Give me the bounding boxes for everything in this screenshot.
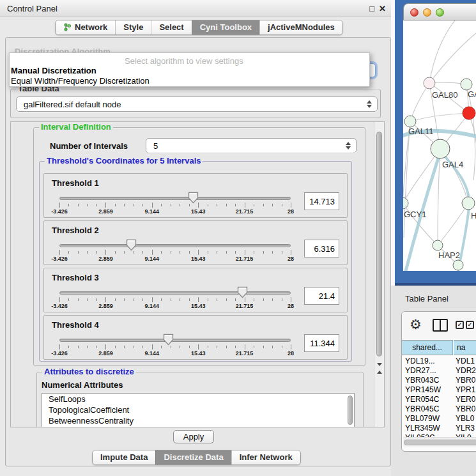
number-of-intervals-value: 5 bbox=[153, 141, 158, 151]
slider-track[interactable] bbox=[59, 244, 291, 247]
slider-thumb[interactable] bbox=[188, 192, 199, 204]
cell-name[interactable]: YBL0 bbox=[456, 414, 474, 423]
slider-tick bbox=[217, 298, 217, 301]
list-scrollbar-thumb[interactable] bbox=[348, 395, 353, 425]
tab-network[interactable]: Network bbox=[56, 20, 115, 35]
network-node[interactable] bbox=[424, 77, 435, 89]
cell-shared-name[interactable]: YLR345W bbox=[405, 424, 452, 433]
cell-name[interactable]: YER0 bbox=[456, 395, 475, 404]
slider-track[interactable] bbox=[59, 339, 291, 342]
column-header-name[interactable]: na bbox=[454, 340, 476, 355]
zoom-traffic-light-icon[interactable] bbox=[436, 8, 444, 17]
scroll-down-icon[interactable] bbox=[377, 366, 382, 378]
table-row[interactable]: YPR145WYPR1 bbox=[402, 385, 476, 395]
slider-tick bbox=[235, 346, 236, 348]
table-row[interactable]: YBL079WYBL0 bbox=[402, 414, 476, 424]
slider-tick bbox=[263, 346, 264, 348]
network-node[interactable] bbox=[461, 79, 472, 90]
float-window-icon[interactable]: □ bbox=[369, 4, 374, 13]
gear-icon[interactable]: ⚙ bbox=[410, 316, 422, 333]
right-column: GAL80GAGAL11GAL4GCY1HHAP2 Table Panel ⚙ … bbox=[391, 0, 476, 476]
tab-label: Network bbox=[75, 22, 107, 32]
cell-shared-name[interactable]: YDR27... bbox=[405, 366, 452, 375]
table-row[interactable]: YDR27...YDR2 bbox=[402, 366, 476, 376]
tab-style[interactable]: Style bbox=[115, 20, 151, 35]
slider-tick-label: 28 bbox=[288, 350, 294, 357]
network-node[interactable] bbox=[403, 197, 408, 209]
tab-jactivemnodules[interactable]: jActiveMNodules bbox=[259, 20, 342, 35]
table-row[interactable]: YER054CYER0 bbox=[402, 395, 476, 404]
node-table-card: ⚙ ✓ ✓ shared... na YDL19...YDL1YDR27...Y… bbox=[401, 311, 476, 452]
network-node[interactable] bbox=[463, 107, 475, 119]
network-node[interactable] bbox=[433, 240, 443, 250]
cell-shared-name[interactable]: YER054C bbox=[405, 395, 452, 404]
attribute-list-item[interactable]: TopologicalCoefficient bbox=[42, 404, 354, 415]
slider-tick bbox=[226, 251, 227, 254]
table-row[interactable]: YBR045CYBR0 bbox=[402, 404, 476, 414]
slider-thumb[interactable] bbox=[237, 286, 248, 298]
horizontal-scrollbar-thumb[interactable] bbox=[404, 440, 476, 445]
cell-shared-name[interactable]: YBL079W bbox=[405, 414, 452, 423]
network-node[interactable] bbox=[404, 116, 416, 127]
apply-button[interactable]: Apply bbox=[173, 430, 214, 443]
algorithm-option-manual[interactable]: Manual Discretization bbox=[11, 66, 96, 75]
column-split-icon[interactable] bbox=[433, 319, 448, 332]
network-window-titlebar[interactable] bbox=[403, 3, 476, 20]
slider-track[interactable] bbox=[59, 197, 291, 200]
network-node[interactable] bbox=[453, 260, 463, 270]
scrollbar-track[interactable] bbox=[374, 122, 384, 427]
slider-thumb[interactable] bbox=[126, 239, 137, 251]
threshold-value-field[interactable] bbox=[304, 240, 339, 257]
table-data-combobox[interactable]: galFiltered.sif default node bbox=[16, 96, 378, 112]
tab-label: Infer Network bbox=[240, 452, 293, 462]
slider-tick bbox=[134, 204, 134, 206]
column-header-shared[interactable]: shared... bbox=[402, 340, 453, 355]
network-node[interactable] bbox=[462, 197, 475, 210]
cell-name[interactable]: YBR0 bbox=[456, 404, 475, 413]
table-row[interactable]: YLR345WYLR3 bbox=[402, 424, 476, 433]
cell-shared-name[interactable]: YDL19... bbox=[405, 357, 452, 365]
close-traffic-light-icon[interactable] bbox=[410, 8, 418, 17]
cell-name[interactable]: YBR0 bbox=[456, 376, 475, 385]
minimize-traffic-light-icon[interactable] bbox=[423, 8, 431, 17]
network-node[interactable] bbox=[431, 139, 450, 158]
cell-shared-name[interactable]: YBR043C bbox=[405, 376, 452, 385]
number-of-intervals-combobox[interactable]: 5 bbox=[146, 138, 357, 153]
tab-select[interactable]: Select bbox=[151, 20, 191, 35]
slider-tick bbox=[291, 297, 291, 302]
threshold-value-field[interactable] bbox=[304, 192, 339, 210]
threshold-value-field[interactable] bbox=[304, 287, 339, 305]
attributes-list: SelfLoopsTopologicalCoefficientBetweenne… bbox=[42, 394, 354, 426]
scrollbar-thumb[interactable] bbox=[376, 132, 382, 357]
table-data-selected: galFiltered.sif default node bbox=[24, 100, 121, 109]
tab-cyni-toolbox[interactable]: Cyni Toolbox bbox=[192, 20, 259, 35]
tab-discretize-data[interactable]: Discretize Data bbox=[155, 450, 231, 464]
cell-name[interactable]: YPR1 bbox=[456, 385, 475, 394]
slider-thumb[interactable] bbox=[163, 334, 174, 346]
network-edge bbox=[410, 83, 429, 121]
tab-impute-data[interactable]: Impute Data bbox=[93, 450, 155, 464]
cell-name[interactable]: YLR3 bbox=[456, 424, 475, 433]
checkbox-icon[interactable]: ✓ bbox=[456, 321, 464, 329]
cell-name[interactable]: YDR2 bbox=[456, 366, 476, 375]
attribute-list-item[interactable]: BetweennessCentrality bbox=[42, 415, 354, 426]
slider-track[interactable] bbox=[59, 291, 291, 295]
slider-tick bbox=[105, 250, 106, 255]
table-row[interactable]: YDL19...YDL1 bbox=[402, 357, 476, 366]
slider-tick-label: 9.144 bbox=[145, 256, 160, 262]
horizontal-scrollbar-track[interactable] bbox=[403, 437, 476, 447]
tab-infer-network[interactable]: Infer Network bbox=[231, 450, 300, 464]
cell-shared-name[interactable]: YPR145W bbox=[405, 385, 452, 394]
close-icon[interactable]: ✕ bbox=[379, 4, 386, 13]
table-row[interactable]: YBR043CYBR0 bbox=[402, 376, 476, 385]
combo-stepper-icon bbox=[346, 142, 351, 150]
threshold-value-field[interactable] bbox=[304, 334, 339, 352]
network-view-window: GAL80GAGAL11GAL4GCY1HHAP2 bbox=[395, 0, 476, 286]
algorithm-option-equal-width[interactable]: Equal Width/Frequency Discretization bbox=[11, 76, 150, 86]
cell-name[interactable]: YDL1 bbox=[456, 357, 475, 365]
cell-shared-name[interactable]: YBR045C bbox=[405, 404, 452, 413]
attribute-list-item[interactable]: SelfLoops bbox=[42, 394, 354, 404]
slider-tick bbox=[96, 298, 97, 301]
network-canvas[interactable]: GAL80GAGAL11GAL4GCY1HHAP2 bbox=[403, 20, 476, 271]
checkbox-icon[interactable]: ✓ bbox=[466, 321, 474, 329]
